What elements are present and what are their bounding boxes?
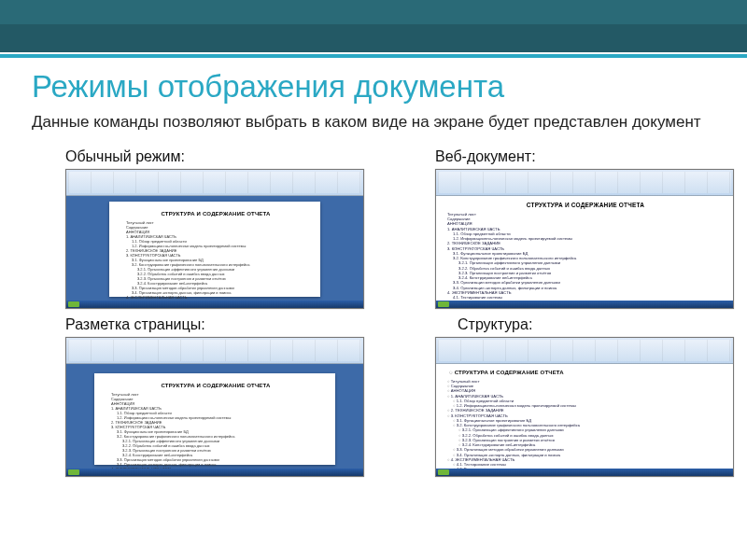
label-layout: Разметка страницы: [65, 316, 364, 333]
doc-outline: Титульный листСодержаниеАННОТАЦИЯ1. АНАЛ… [126, 220, 305, 304]
slide-banner [0, 0, 747, 54]
taskbar [436, 469, 733, 476]
cell-web: Веб-документ: СТРУКТУРА И СОДЕРЖАНИЕ ОТЧ… [402, 147, 734, 309]
desk-area: СТРУКТУРА И СОДЕРЖАНИЕ ОТЧЕТА Титульный … [66, 364, 363, 469]
label-outline: Структура: [458, 316, 734, 333]
taskbar [436, 301, 733, 308]
ribbon [436, 170, 733, 196]
thumb-layout: СТРУКТУРА И СОДЕРЖАНИЕ ОТЧЕТА Титульный … [65, 337, 364, 477]
slide-title: Режимы отображения документа [32, 69, 715, 105]
desk-area: СТРУКТУРА И СОДЕРЖАНИЕ ОТЧЕТА Титульный … [66, 196, 363, 301]
ribbon [436, 338, 733, 364]
thumb-web: СТРУКТУРА И СОДЕРЖАНИЕ ОТЧЕТА Титульный … [435, 169, 734, 309]
modes-grid: Обычный режим: СТРУКТУРА И СОДЕРЖАНИЕ ОТ… [32, 147, 715, 477]
doc-title: СТРУКТУРА И СОДЕРЖАНИЕ ОТЧЕТА [449, 370, 724, 375]
web-body: СТРУКТУРА И СОДЕРЖАНИЕ ОТЧЕТА Титульный … [436, 196, 733, 301]
doc-title: СТРУКТУРА И СОДЕРЖАНИЕ ОТЧЕТА [126, 211, 305, 217]
ribbon [66, 338, 363, 364]
page: СТРУКТУРА И СОДЕРЖАНИЕ ОТЧЕТА Титульный … [109, 202, 320, 297]
taskbar [66, 301, 363, 308]
label-normal: Обычный режим: [65, 148, 364, 165]
doc-title: СТРУКТУРА И СОДЕРЖАНИЕ ОТЧЕТА [447, 202, 724, 208]
doc-outline: Титульный листСодержаниеАННОТАЦИЯ1. АНАЛ… [111, 392, 320, 476]
label-web: Веб-документ: [435, 148, 734, 165]
doc-outline: Титульный листСодержаниеАННОТАЦИЯ1. АНАЛ… [447, 379, 724, 477]
outline-body: СТРУКТУРА И СОДЕРЖАНИЕ ОТЧЕТА Титульный … [436, 364, 733, 469]
taskbar [66, 469, 363, 476]
cell-outline: Структура: СТРУКТУРА И СОДЕРЖАНИЕ ОТЧЕТА… [402, 315, 734, 477]
doc-title: СТРУКТУРА И СОДЕРЖАНИЕ ОТЧЕТА [111, 383, 320, 388]
thumb-outline: СТРУКТУРА И СОДЕРЖАНИЕ ОТЧЕТА Титульный … [435, 337, 734, 477]
slide-subtitle: Данные команды позволяют выбрать в каком… [32, 112, 715, 133]
ribbon [66, 170, 363, 196]
cell-layout: Разметка страницы: СТРУКТУРА И СОДЕРЖАНИ… [32, 315, 364, 477]
cell-normal: Обычный режим: СТРУКТУРА И СОДЕРЖАНИЕ ОТ… [32, 147, 364, 309]
doc-outline: Титульный листСодержаниеАННОТАЦИЯ1. АНАЛ… [447, 212, 724, 309]
page: СТРУКТУРА И СОДЕРЖАНИЕ ОТЧЕТА Титульный … [94, 373, 335, 465]
thumb-normal: СТРУКТУРА И СОДЕРЖАНИЕ ОТЧЕТА Титульный … [65, 169, 364, 309]
slide-content: Режимы отображения документа Данные кома… [0, 58, 747, 477]
